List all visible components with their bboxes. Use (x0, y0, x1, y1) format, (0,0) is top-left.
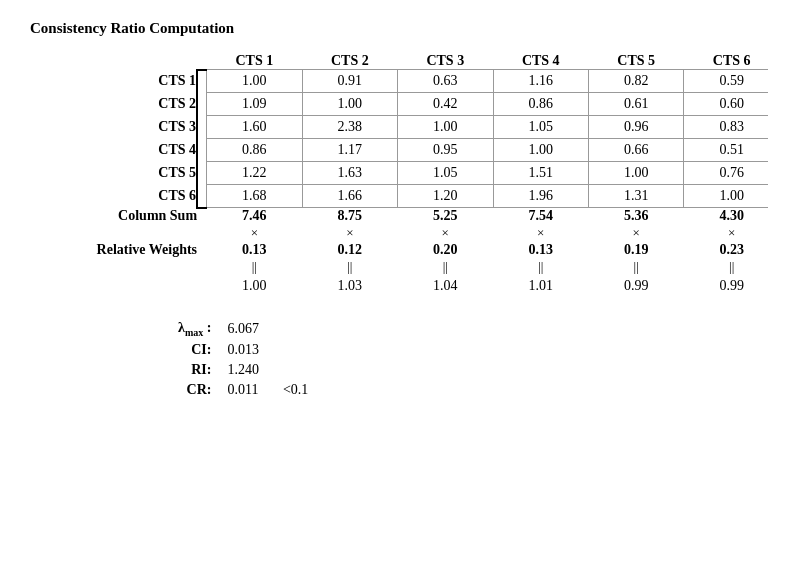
left-bracket (197, 116, 207, 139)
operator-3: × (493, 224, 588, 242)
product-3: 1.01 (493, 276, 588, 296)
col-sum-label: Column Sum (30, 208, 197, 225)
matrix-cell-r2-c0: 1.60 (207, 116, 302, 139)
matrix-cell-r4-c5: 0.76 (684, 162, 768, 185)
matrix-cell-r0-c5: 0.59 (684, 70, 768, 93)
matrix-cell-r5-c3: 1.96 (493, 185, 588, 208)
operator-0: × (207, 224, 302, 242)
left-bracket (197, 162, 207, 185)
rel-weight-1: 0.12 (302, 242, 397, 258)
matrix-cell-r4-c0: 1.22 (207, 162, 302, 185)
rel-weight-2: 0.20 (398, 242, 493, 258)
rel-weight-0: 0.13 (207, 242, 302, 258)
cr-label: CR: (170, 380, 219, 400)
operator-4: × (588, 224, 683, 242)
row-label-cts4: CTS 4 (30, 139, 197, 162)
left-bracket (197, 185, 207, 208)
matrix-cell-r3-c0: 0.86 (207, 139, 302, 162)
matrix-cell-r0-c1: 0.91 (302, 70, 397, 93)
matrix-cell-r4-c1: 1.63 (302, 162, 397, 185)
operator-1: × (302, 224, 397, 242)
product-4: 0.99 (588, 276, 683, 296)
row-label-cts2: CTS 2 (30, 93, 197, 116)
matrix-cell-r1-c5: 0.60 (684, 93, 768, 116)
col-header-cts6: CTS 6 (684, 53, 768, 70)
matrix-cell-r2-c2: 1.00 (398, 116, 493, 139)
left-bracket (197, 93, 207, 116)
product-2: 1.04 (398, 276, 493, 296)
pipe-0: || (207, 258, 302, 276)
rel-weight-5: 0.23 (684, 242, 768, 258)
col-header-cts4: CTS 4 (493, 53, 588, 70)
matrix-cell-r5-c4: 1.31 (588, 185, 683, 208)
cr-value: 0.011 (219, 380, 267, 400)
matrix-cell-r3-c3: 1.00 (493, 139, 588, 162)
page-title: Consistency Ratio Computation (30, 20, 768, 37)
matrix-cell-r3-c5: 0.51 (684, 139, 768, 162)
ci-value: 0.013 (219, 340, 267, 360)
col-sum-1: 8.75 (302, 208, 397, 225)
row-label-cts5: CTS 5 (30, 162, 197, 185)
ci-label: CI: (170, 340, 219, 360)
left-bracket (197, 139, 207, 162)
matrix-cell-r0-c2: 0.63 (398, 70, 493, 93)
col-header-cts5: CTS 5 (588, 53, 683, 70)
operator-5: × (684, 224, 768, 242)
matrix-cell-r0-c4: 0.82 (588, 70, 683, 93)
matrix-cell-r0-c3: 1.16 (493, 70, 588, 93)
cr-note: <0.1 (267, 380, 316, 400)
matrix-cell-r5-c1: 1.66 (302, 185, 397, 208)
rel-weight-3: 0.13 (493, 242, 588, 258)
rel-weight-4: 0.19 (588, 242, 683, 258)
matrix-cell-r2-c5: 0.83 (684, 116, 768, 139)
pipe-2: || (398, 258, 493, 276)
lambda-value: 6.067 (219, 318, 267, 340)
ri-label: RI: (170, 360, 219, 380)
product-0: 1.00 (207, 276, 302, 296)
rel-weights-label: Relative Weights (30, 242, 197, 258)
matrix-cell-r1-c1: 1.00 (302, 93, 397, 116)
pipe-5: || (684, 258, 768, 276)
pipe-4: || (588, 258, 683, 276)
col-sum-3: 7.54 (493, 208, 588, 225)
col-header-cts1: CTS 1 (207, 53, 302, 70)
col-sum-5: 4.30 (684, 208, 768, 225)
matrix-cell-r1-c2: 0.42 (398, 93, 493, 116)
col-sum-4: 5.36 (588, 208, 683, 225)
matrix-cell-r1-c3: 0.86 (493, 93, 588, 116)
lambda-label: λmax : (170, 318, 219, 340)
matrix-cell-r3-c2: 0.95 (398, 139, 493, 162)
matrix-cell-r3-c4: 0.66 (588, 139, 683, 162)
matrix-cell-r2-c1: 2.38 (302, 116, 397, 139)
left-bracket (197, 70, 207, 93)
matrix-cell-r3-c1: 1.17 (302, 139, 397, 162)
summary-section: λmax : 6.067 CI: 0.013 RI: 1.240 CR: 0.0… (170, 318, 768, 400)
col-header-cts3: CTS 3 (398, 53, 493, 70)
matrix-cell-r2-c4: 0.96 (588, 116, 683, 139)
matrix-cell-r4-c3: 1.51 (493, 162, 588, 185)
matrix-cell-r1-c4: 0.61 (588, 93, 683, 116)
col-sum-2: 5.25 (398, 208, 493, 225)
row-label-cts3: CTS 3 (30, 116, 197, 139)
pipe-1: || (302, 258, 397, 276)
matrix-cell-r4-c4: 1.00 (588, 162, 683, 185)
matrix-cell-r4-c2: 1.05 (398, 162, 493, 185)
ri-value: 1.240 (219, 360, 267, 380)
row-label-cts6: CTS 6 (30, 185, 197, 208)
matrix-cell-r0-c0: 1.00 (207, 70, 302, 93)
matrix-cell-r5-c2: 1.20 (398, 185, 493, 208)
operator-2: × (398, 224, 493, 242)
matrix-cell-r5-c5: 1.00 (684, 185, 768, 208)
product-1: 1.03 (302, 276, 397, 296)
matrix-cell-r5-c0: 1.68 (207, 185, 302, 208)
matrix-cell-r1-c0: 1.09 (207, 93, 302, 116)
col-sum-0: 7.46 (207, 208, 302, 225)
pipe-3: || (493, 258, 588, 276)
row-label-cts1: CTS 1 (30, 70, 197, 93)
col-header-cts2: CTS 2 (302, 53, 397, 70)
product-5: 0.99 (684, 276, 768, 296)
matrix-cell-r2-c3: 1.05 (493, 116, 588, 139)
